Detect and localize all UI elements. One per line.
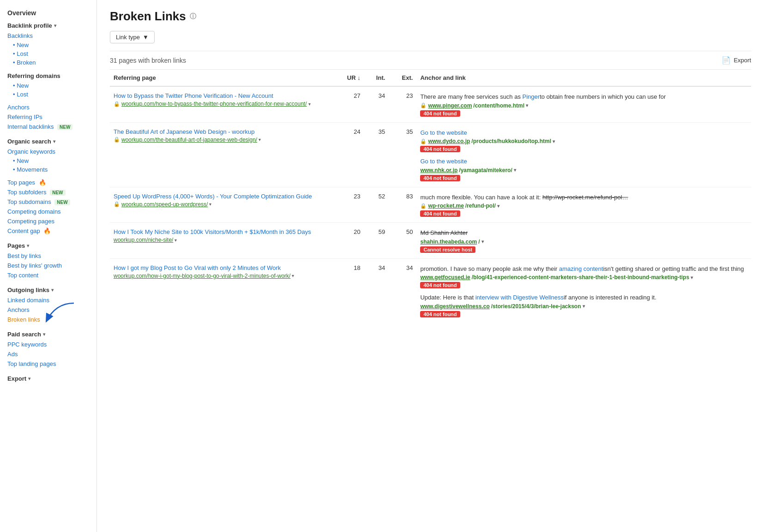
referring-page-url-text[interactable]: woorkup.com/the-beautiful-art-of-japanes… xyxy=(121,137,257,143)
broken-url-lock-icon: 🔒 xyxy=(420,102,427,108)
sidebar-item-ads[interactable]: Ads xyxy=(0,349,96,359)
link-type-filter[interactable]: Link type ▼ xyxy=(110,31,155,43)
sidebar-item-best-by-links[interactable]: Best by links xyxy=(0,251,96,261)
broken-url-dropdown-arrow[interactable]: ▾ xyxy=(553,139,555,144)
url-dropdown-arrow[interactable]: ▾ xyxy=(308,102,311,107)
sidebar-item-top-pages[interactable]: Top pages 🔥 xyxy=(0,178,96,187)
anchor-text: Md Shahin Akhter xyxy=(420,228,747,238)
sidebar-item-competing-domains[interactable]: Competing domains xyxy=(0,207,96,216)
int-value: 35 xyxy=(364,122,389,187)
referring-domains-header: Referring domains xyxy=(0,69,96,81)
broken-url-dropdown-arrow[interactable]: ▾ xyxy=(481,239,484,244)
pages-label: Pages xyxy=(7,242,25,249)
sidebar-item-ppc-keywords[interactable]: PPC keywords xyxy=(0,340,96,349)
referring-page-url-text[interactable]: woorkup.com/how-to-bypass-the-twitter-ph… xyxy=(121,101,307,107)
sidebar-item-content-gap[interactable]: Content gap 🔥 xyxy=(0,226,96,236)
sidebar-item-broken-links[interactable]: Broken links xyxy=(0,315,96,324)
broken-url-dropdown-arrow[interactable]: ▾ xyxy=(583,304,585,309)
sidebar-item-organic-new[interactable]: New xyxy=(0,156,96,165)
anchor-hyperlink[interactable]: Go to the website xyxy=(420,129,467,136)
sidebar-item-referring-new[interactable]: New xyxy=(0,81,96,90)
sidebar-item-backlinks-broken[interactable]: Broken xyxy=(0,58,96,67)
anchor-link-cell: Go to the website🔒www.dydo.co.jp/product… xyxy=(416,122,751,187)
referring-page-title[interactable]: How to Bypass the Twitter Phone Verifica… xyxy=(114,92,329,99)
referring-page-title[interactable]: How I Took My Niche Site to 100k Visitor… xyxy=(114,228,329,235)
broken-url-domain[interactable]: www.getfocused.ie xyxy=(420,274,470,281)
sidebar-item-top-subfolders[interactable]: Top subfolders NEW xyxy=(0,187,96,197)
lock-icon: 🔒 xyxy=(114,101,120,107)
referring-page-title[interactable]: The Beautiful Art of Japanese Web Design… xyxy=(114,128,329,135)
broken-url-line: www.getfocused.ie/blog/41-experienced-co… xyxy=(420,274,747,281)
sidebar-item-internal-backlinks[interactable]: Internal backlinks NEW xyxy=(0,122,96,132)
ext-value: 34 xyxy=(389,258,416,323)
broken-url-dropdown-arrow[interactable]: ▾ xyxy=(514,167,516,173)
anchor-link-cell: much more flexible. You can have a look … xyxy=(416,187,751,223)
referring-page-url-text[interactable]: woorkup.com/how-i-got-my-blog-post-to-go… xyxy=(114,273,290,279)
broken-url-domain[interactable]: www.dydo.co.jp xyxy=(428,138,470,144)
info-icon[interactable]: ⓘ xyxy=(190,12,196,21)
url-dropdown-arrow[interactable]: ▾ xyxy=(174,238,177,243)
anchor-hyperlink[interactable]: Go to the website xyxy=(420,158,467,165)
sidebar-item-organic-movements[interactable]: Movements xyxy=(0,165,96,174)
sidebar-item-organic-keywords[interactable]: Organic keywords xyxy=(0,147,96,156)
referring-domains-label: Referring domains xyxy=(7,72,60,79)
sidebar-item-referring-ips[interactable]: Referring IPs xyxy=(0,112,96,122)
col-ext: Ext. xyxy=(389,70,416,86)
anchor-hyperlink[interactable]: amazing content xyxy=(559,265,603,272)
ur-value: 20 xyxy=(333,223,364,259)
broken-links-table: Referring page UR ↓ Int. Ext. Anchor and… xyxy=(110,70,751,323)
overview-label[interactable]: Overview xyxy=(7,9,36,17)
broken-url-line: www.nhk.or.jp/yamagata/mitekero/ ▾ xyxy=(420,167,747,173)
broken-url-path: /stories/2015/4/3/brian-lee-jackson xyxy=(491,303,581,310)
referring-page-url: 🔒woorkup.com/how-to-bypass-the-twitter-p… xyxy=(114,101,329,107)
error-badge: 404 not found xyxy=(420,175,460,181)
url-dropdown-arrow[interactable]: ▾ xyxy=(292,273,294,278)
sidebar-item-best-by-links-growth[interactable]: Best by links' growth xyxy=(0,261,96,270)
ur-value: 18 xyxy=(333,258,364,323)
extra-link-block: Go to the websitewww.nhk.or.jp/yamagata/… xyxy=(420,157,747,181)
broken-url-domain[interactable]: www.nhk.or.jp xyxy=(420,167,457,173)
main-content: Broken Links ⓘ Link type ▼ 31 pages with… xyxy=(97,0,764,532)
broken-url-domain[interactable]: wp-rocket.me xyxy=(428,203,463,209)
top-subdomains-badge: NEW xyxy=(54,199,70,205)
paid-search-arrow: ▾ xyxy=(43,332,45,337)
sidebar-item-top-content[interactable]: Top content xyxy=(0,270,96,280)
filter-bar: Link type ▼ xyxy=(110,31,751,43)
ur-value: 24 xyxy=(333,122,364,187)
ext-value: 35 xyxy=(389,122,416,187)
broken-url-domain[interactable]: shahin.theabeda.com xyxy=(420,239,477,245)
broken-url-domain[interactable]: www.digestivewellness.co xyxy=(420,303,489,310)
referring-page-url-text[interactable]: woorkup.com/speed-up-wordpress/ xyxy=(121,201,208,208)
sidebar-item-competing-pages[interactable]: Competing pages xyxy=(0,216,96,226)
int-value: 59 xyxy=(364,223,389,259)
referring-page-title[interactable]: Speed Up WordPress (4,000+ Words) - Your… xyxy=(114,193,329,200)
sidebar-item-backlinks-new[interactable]: New xyxy=(0,41,96,49)
sidebar-item-top-landing-pages[interactable]: Top landing pages xyxy=(0,359,96,369)
error-badge: 404 not found xyxy=(420,311,460,317)
sidebar-item-anchors[interactable]: Anchors xyxy=(0,102,96,112)
table-header-row: Referring page UR ↓ Int. Ext. Anchor and… xyxy=(110,70,751,86)
sidebar-item-linked-domains[interactable]: Linked domains xyxy=(0,295,96,305)
url-dropdown-arrow[interactable]: ▾ xyxy=(259,137,261,142)
referring-page-url-text[interactable]: woorkup.com/niche-site/ xyxy=(114,237,173,243)
sidebar-item-referring-lost[interactable]: Lost xyxy=(0,90,96,99)
sidebar-item-top-subdomains[interactable]: Top subdomains NEW xyxy=(0,197,96,207)
outgoing-links-arrow: ▾ xyxy=(51,287,54,293)
broken-url-dropdown-arrow[interactable]: ▾ xyxy=(497,203,499,209)
broken-url-dropdown-arrow[interactable]: ▾ xyxy=(526,103,528,108)
export-button[interactable]: 📄 Export xyxy=(722,56,751,65)
sidebar-item-backlinks-lost[interactable]: Lost xyxy=(0,49,96,58)
lock-icon: 🔒 xyxy=(114,201,120,207)
broken-url-dropdown-arrow[interactable]: ▾ xyxy=(691,275,693,280)
organic-search-header: Organic search ▾ xyxy=(0,134,96,147)
anchor-hyperlink[interactable]: interview with Digestive Wellness xyxy=(475,294,564,301)
referring-page-title[interactable]: How I got my Blog Post to Go Viral with … xyxy=(114,264,329,271)
sidebar-item-backlinks[interactable]: Backlinks xyxy=(0,31,96,41)
url-dropdown-arrow[interactable]: ▾ xyxy=(209,202,211,207)
int-value: 34 xyxy=(364,258,389,323)
broken-url-lock-icon: 🔒 xyxy=(420,138,427,144)
sidebar-item-outgoing-anchors[interactable]: Anchors xyxy=(0,305,96,315)
broken-url-domain[interactable]: www.pinger.com xyxy=(428,102,472,109)
col-ur[interactable]: UR ↓ xyxy=(333,70,364,86)
anchor-hyperlink[interactable]: Pinger xyxy=(523,93,540,100)
